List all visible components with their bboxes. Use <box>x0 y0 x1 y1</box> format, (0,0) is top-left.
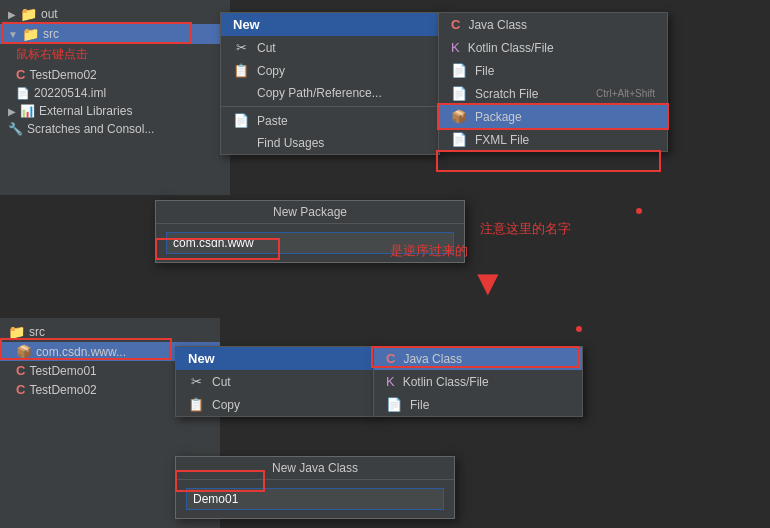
submenu-fxml[interactable]: 📄 FXML File <box>439 128 667 151</box>
red-label-mouseclick: 鼠标右键点击 <box>16 46 88 63</box>
bottom-menu-cut[interactable]: ✂ Cut <box>176 370 374 393</box>
arrow-down-indicator: ▼ <box>470 265 506 301</box>
kotlinclass-icon: K <box>451 40 460 55</box>
package-redbox <box>436 150 661 172</box>
menu-item-paste[interactable]: 📄 Paste <box>221 109 439 132</box>
bottom-submenu-javaclass[interactable]: C Java Class <box>374 347 582 370</box>
submenu-label-file: File <box>475 64 494 78</box>
submenu-kotlinclass[interactable]: K Kotlin Class/File <box>439 36 667 59</box>
submenu-scratchfile[interactable]: 📄 Scratch File Ctrl+Alt+Shift <box>439 82 667 105</box>
context-menu-new: New ✂ Cut 📋 Copy Copy Path/Reference... … <box>220 12 440 155</box>
tree-label-extlibs: External Libraries <box>39 104 132 118</box>
bottom-file-icon: 📄 <box>386 397 402 412</box>
menu-item-cut[interactable]: ✂ Cut <box>221 36 439 59</box>
java-icon-td02: C <box>16 382 25 397</box>
tree-item-extlibs[interactable]: ▶ 📊 External Libraries <box>0 102 230 120</box>
bottom-context-menu: New ✂ Cut 📋 Copy <box>175 346 375 417</box>
expand-arrow-src: ▼ <box>8 29 18 40</box>
tree-item-label-src: src <box>43 27 59 41</box>
java-class-icon: C <box>16 67 25 82</box>
tree-label-testdemo02: TestDemo02 <box>29 68 96 82</box>
bottom-cut-icon: ✂ <box>188 374 204 389</box>
annotation-label1: 注意这里的名字 <box>480 220 571 238</box>
submenu-file[interactable]: 📄 File <box>439 59 667 82</box>
expand-arrow: ▶ <box>8 9 16 20</box>
bottom-submenu-label-kotlin: Kotlin Class/File <box>403 375 489 389</box>
folder-icon-src: 📁 <box>22 26 39 42</box>
red-dot-middle <box>636 208 642 214</box>
tree-item-label: out <box>41 7 58 21</box>
scratch-icon: 🔧 <box>8 122 23 136</box>
bottom-submenu-label-javaclass: Java Class <box>403 352 462 366</box>
top-section: ▶ 📁 out ▼ 📁 src 鼠标右键点击 C TestDemo02 📄 20… <box>0 0 770 195</box>
bottom-submenu-file[interactable]: 📄 File <box>374 393 582 416</box>
tree-item-src[interactable]: ▼ 📁 src <box>0 24 230 44</box>
bottom-label-cut: Cut <box>212 375 231 389</box>
javaclass-icon: C <box>451 17 460 32</box>
annotation-label2: 是逆序过来的 <box>390 242 468 260</box>
menu-label-paste: Paste <box>257 114 288 128</box>
pkg-icon-bottom: 📦 <box>16 344 32 359</box>
menu-item-copy[interactable]: 📋 Copy <box>221 59 439 82</box>
package-icon: 📦 <box>451 109 467 124</box>
submenu-new: C Java Class K Kotlin Class/File 📄 File … <box>438 12 668 152</box>
tree-item-scratches[interactable]: 🔧 Scratches and Consol... <box>0 120 230 138</box>
shortcut-scratch: Ctrl+Alt+Shift <box>596 88 655 99</box>
iml-icon: 📄 <box>16 87 30 100</box>
menu-label-findusages: Find Usages <box>257 136 324 150</box>
menu-item-copypath[interactable]: Copy Path/Reference... <box>221 82 439 104</box>
dialog-title-package: New Package <box>156 201 464 224</box>
bottom-tree-label-td02: TestDemo02 <box>29 383 96 397</box>
submenu-label-javaclass: Java Class <box>468 18 527 32</box>
paste-icon: 📄 <box>233 113 249 128</box>
tree-item-mouseclick[interactable]: 鼠标右键点击 <box>0 44 230 65</box>
tree-item-iml[interactable]: 📄 20220514.iml <box>0 84 230 102</box>
submenu-javaclass[interactable]: C Java Class <box>439 13 667 36</box>
bottom-submenu-kotlin[interactable]: K Kotlin Class/File <box>374 370 582 393</box>
bottom-menu-header: New <box>176 347 374 370</box>
copy-icon: 📋 <box>233 63 249 78</box>
tree-item-out[interactable]: ▶ 📁 out <box>0 4 230 24</box>
cut-icon: ✂ <box>233 40 249 55</box>
lib-icon: 📊 <box>20 104 35 118</box>
bottom-tree-label-pkg: com.csdn.www... <box>36 345 126 359</box>
top-file-tree: ▶ 📁 out ▼ 📁 src 鼠标右键点击 C TestDemo02 📄 20… <box>0 0 230 195</box>
java-icon-td01: C <box>16 363 25 378</box>
menu-label-copypath: Copy Path/Reference... <box>257 86 382 100</box>
bottom-section: 📁 src 📦 com.csdn.www... C TestDemo01 C T… <box>0 318 770 528</box>
submenu-label-kotlin: Kotlin Class/File <box>468 41 554 55</box>
tree-label-scratches: Scratches and Consol... <box>27 122 154 136</box>
menu-item-findusages[interactable]: Find Usages <box>221 132 439 154</box>
dialog-body-javaclass <box>176 480 454 518</box>
tree-item-testdemo02[interactable]: C TestDemo02 <box>0 65 230 84</box>
bottom-kotlin-icon: K <box>386 374 395 389</box>
file-icon: 📄 <box>451 63 467 78</box>
folder-icon: 📁 <box>20 6 37 22</box>
scratch-file-icon: 📄 <box>451 86 467 101</box>
bottom-submenu-label-file: File <box>410 398 429 412</box>
bottom-javaclass-icon: C <box>386 351 395 366</box>
bottom-copy-icon: 📋 <box>188 397 204 412</box>
arrow-extlibs: ▶ <box>8 106 16 117</box>
new-java-dialog: New Java Class <box>175 456 455 519</box>
red-dot-bottom <box>576 326 582 332</box>
javaclass-name-input[interactable] <box>186 488 444 510</box>
menu-label-copy: Copy <box>257 64 285 78</box>
menu-separator <box>221 106 439 107</box>
bottom-tree-label-td01: TestDemo01 <box>29 364 96 378</box>
bottom-submenu: C Java Class K Kotlin Class/File 📄 File <box>373 346 583 417</box>
middle-section: New Package 注意这里的名字 是逆序过来的 ▼ <box>0 200 770 315</box>
fxml-icon: 📄 <box>451 132 467 147</box>
folder-icon-bottom-src: 📁 <box>8 324 25 340</box>
submenu-label-package: Package <box>475 110 522 124</box>
bottom-menu-copy[interactable]: 📋 Copy <box>176 393 374 416</box>
tree-label-iml: 20220514.iml <box>34 86 106 100</box>
menu-label-cut: Cut <box>257 41 276 55</box>
submenu-label-fxml: FXML File <box>475 133 529 147</box>
bottom-label-copy: Copy <box>212 398 240 412</box>
menu-header-new: New <box>221 13 439 36</box>
submenu-label-scratch: Scratch File <box>475 87 538 101</box>
bottom-tree-src[interactable]: 📁 src <box>0 322 220 342</box>
submenu-package[interactable]: 📦 Package <box>439 105 667 128</box>
bottom-tree-label-src: src <box>29 325 45 339</box>
